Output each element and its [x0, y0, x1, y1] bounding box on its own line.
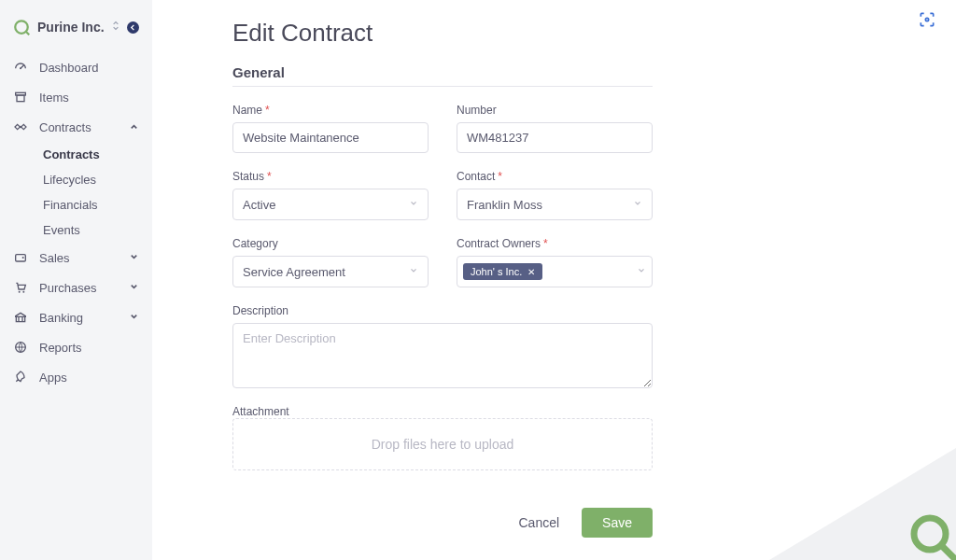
org-switcher[interactable]: Purine Inc. [0, 19, 152, 52]
select-category-value: Service Agreement [243, 265, 345, 279]
attachment-dropzone[interactable]: Drop files here to upload [232, 418, 653, 470]
label-number: Number [457, 104, 653, 117]
svg-rect-3 [17, 95, 24, 102]
field-number: Number [457, 104, 653, 153]
select-status-value: Active [243, 198, 275, 212]
field-description: Description [232, 304, 653, 388]
field-attachment: Attachment [232, 405, 653, 418]
label-contact: Contact* [457, 170, 653, 183]
select-status[interactable]: Active [232, 189, 429, 220]
nav-dashboard[interactable]: Dashboard [0, 52, 152, 82]
cancel-button[interactable]: Cancel [518, 515, 559, 530]
org-name: Purine Inc. [37, 20, 105, 35]
handshake-icon [13, 119, 28, 134]
chevron-down-icon [129, 282, 139, 294]
svg-point-7 [22, 291, 24, 293]
archive-icon [13, 90, 28, 105]
sidebar: Purine Inc. Dashboard Items Contracts Co… [0, 0, 152, 560]
app-logo-icon [13, 19, 30, 35]
chevron-down-icon [637, 266, 646, 277]
gauge-icon [13, 60, 28, 75]
nav-contracts[interactable]: Contracts [0, 112, 152, 142]
nav-reports[interactable]: Reports [0, 332, 152, 362]
svg-point-5 [22, 257, 24, 259]
chevron-up-icon [129, 121, 139, 133]
label-attachment: Attachment [232, 405, 653, 418]
wallet-icon [13, 250, 28, 265]
nav-label: Sales [39, 251, 118, 265]
subnav-events[interactable]: Events [30, 217, 152, 243]
input-number[interactable] [457, 122, 653, 153]
form-actions: Cancel Save [232, 508, 653, 538]
label-name: Name* [232, 104, 429, 117]
svg-point-9 [925, 18, 928, 21]
globe-icon [13, 340, 28, 355]
nav-purchases[interactable]: Purchases [0, 273, 152, 302]
nav-apps[interactable]: Apps [0, 362, 152, 392]
dropzone-text: Drop files here to upload [372, 437, 514, 452]
chip-label: John' s Inc. [471, 266, 522, 277]
chevron-down-icon [633, 199, 642, 210]
field-category: Category Service Agreement [232, 237, 429, 287]
label-category: Category [232, 237, 429, 250]
field-contact: Contact* Franklin Moss [457, 170, 653, 220]
cart-icon [13, 280, 28, 295]
nav-sales[interactable]: Sales [0, 243, 152, 273]
subnav-contracts[interactable]: Contracts [30, 142, 152, 167]
nav-label: Contracts [39, 120, 118, 134]
nav-label: Purchases [39, 281, 118, 295]
select-category[interactable]: Service Agreement [232, 256, 429, 287]
nav-label: Banking [39, 311, 118, 325]
scan-icon[interactable] [917, 9, 937, 30]
nav-label: Dashboard [39, 61, 139, 75]
label-description: Description [232, 304, 653, 317]
input-name[interactable] [232, 122, 429, 153]
svg-point-1 [20, 67, 21, 69]
main-content: Edit Contract General Name* Number Statu… [152, 0, 956, 560]
nav-label: Apps [39, 371, 139, 385]
nav-contracts-submenu: Contracts Lifecycles Financials Events [0, 142, 152, 243]
nav-banking[interactable]: Banking [0, 302, 152, 332]
multiselect-owners[interactable]: John' s Inc. ✕ [457, 256, 653, 287]
chevron-down-icon [409, 199, 418, 210]
subnav-financials[interactable]: Financials [30, 192, 152, 217]
select-contact[interactable]: Franklin Moss [457, 189, 653, 220]
updown-icon [112, 21, 120, 34]
nav-items[interactable]: Items [0, 82, 152, 112]
label-owners: Contract Owners* [457, 237, 653, 250]
select-contact-value: Franklin Moss [467, 198, 542, 212]
svg-rect-4 [16, 255, 26, 261]
chevron-down-icon [129, 312, 139, 324]
rocket-icon [13, 370, 28, 385]
subnav-lifecycles[interactable]: Lifecycles [30, 167, 152, 192]
save-button[interactable]: Save [582, 508, 653, 538]
textarea-description[interactable] [232, 323, 653, 388]
nav-label: Items [39, 91, 139, 105]
section-general-title: General [232, 64, 653, 87]
field-owners: Contract Owners* John' s Inc. ✕ [457, 237, 653, 287]
chip-owner: John' s Inc. ✕ [463, 263, 542, 280]
label-status: Status* [232, 170, 429, 183]
page-title: Edit Contract [232, 19, 919, 48]
chevron-down-icon [129, 252, 139, 264]
nav-label: Reports [39, 341, 139, 355]
svg-point-6 [19, 291, 21, 293]
field-name: Name* [232, 104, 429, 153]
chevron-down-icon [409, 266, 418, 277]
chip-remove-icon[interactable]: ✕ [527, 267, 535, 277]
bank-icon [13, 310, 28, 325]
field-status: Status* Active [232, 170, 429, 220]
form-general: Name* Number Status* Active Contact* Fra… [232, 104, 653, 418]
collapse-sidebar-icon[interactable] [127, 21, 139, 34]
